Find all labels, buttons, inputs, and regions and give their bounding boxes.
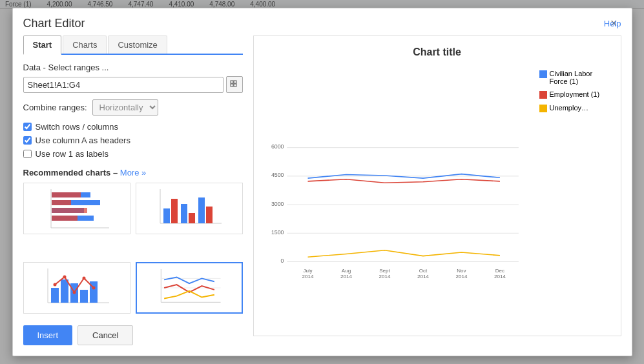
combine-select[interactable]: Horizontally Vertically bbox=[92, 99, 158, 116]
chart-thumb-bar-vert[interactable] bbox=[136, 183, 243, 234]
legend-label-red: Employment (1) bbox=[550, 90, 600, 98]
svg-point-33 bbox=[92, 287, 95, 290]
legend-label-yellow: Unemploy… bbox=[550, 104, 589, 112]
svg-text:2014: 2014 bbox=[379, 274, 390, 279]
svg-text:2014: 2014 bbox=[340, 274, 352, 279]
range-input-row bbox=[23, 76, 243, 93]
svg-text:2014: 2014 bbox=[494, 274, 506, 279]
tab-customize[interactable]: Customize bbox=[108, 35, 167, 54]
legend-item-yellow: Unemploy… bbox=[539, 104, 610, 112]
range-input[interactable] bbox=[23, 77, 223, 93]
chart-editor-dialog: Chart Editor × Help Start Charts Customi… bbox=[12, 8, 632, 356]
svg-text:4500: 4500 bbox=[271, 172, 284, 178]
svg-rect-0 bbox=[231, 81, 233, 83]
svg-point-29 bbox=[53, 283, 56, 287]
svg-rect-24 bbox=[51, 288, 59, 303]
svg-rect-21 bbox=[206, 207, 213, 223]
dialog-footer: Insert Cancel bbox=[23, 325, 134, 345]
svg-point-30 bbox=[63, 276, 66, 279]
svg-text:0: 0 bbox=[280, 258, 284, 264]
svg-rect-8 bbox=[52, 200, 71, 205]
legend-color-red bbox=[539, 91, 547, 99]
svg-rect-3 bbox=[234, 84, 236, 86]
chart-title: Chart title bbox=[264, 46, 610, 58]
grid-icon[interactable] bbox=[226, 76, 243, 93]
recommended-label: Recommended charts – More » bbox=[23, 168, 243, 177]
svg-point-32 bbox=[82, 277, 85, 280]
chart-thumbnails bbox=[23, 183, 243, 336]
chart-container: 0 1500 3000 4500 6000 bbox=[264, 63, 610, 325]
svg-text:6000: 6000 bbox=[271, 143, 284, 150]
use-row-labels-label: Use row 1 as labels bbox=[36, 149, 109, 159]
svg-text:Sept: Sept bbox=[379, 268, 390, 274]
combine-ranges-row: Combine ranges: Horizontally Vertically bbox=[23, 99, 243, 116]
dialog-title-bar: Chart Editor × bbox=[13, 8, 632, 30]
use-col-headers-checkbox[interactable] bbox=[23, 136, 32, 145]
chart-thumb-line[interactable] bbox=[136, 262, 243, 314]
use-col-headers-checkbox-row: Use column A as headers bbox=[23, 136, 243, 145]
legend-color-yellow bbox=[539, 105, 547, 112]
right-panel: Chart title 0 1500 3000 4500 6000 bbox=[253, 35, 621, 336]
chart-svg-area: 0 1500 3000 4500 6000 bbox=[264, 63, 534, 325]
switch-rows-checkbox[interactable] bbox=[23, 123, 32, 131]
svg-text:Aug: Aug bbox=[341, 268, 350, 274]
help-link[interactable]: Help bbox=[604, 19, 621, 28]
legend-item-red: Employment (1) bbox=[539, 90, 610, 99]
svg-rect-1 bbox=[234, 81, 236, 83]
tab-charts[interactable]: Charts bbox=[63, 35, 107, 54]
use-row-labels-checkbox[interactable] bbox=[23, 150, 32, 158]
svg-text:Oct: Oct bbox=[419, 268, 427, 274]
chart-area: Chart title 0 1500 3000 4500 6000 bbox=[264, 46, 610, 325]
chart-thumb-combo[interactable] bbox=[23, 262, 130, 314]
svg-rect-18 bbox=[181, 204, 187, 223]
svg-point-31 bbox=[72, 291, 76, 294]
combine-label: Combine ranges: bbox=[23, 103, 87, 112]
switch-rows-label: Switch rows / columns bbox=[36, 122, 119, 132]
left-panel: Start Charts Customize Data - Select ran… bbox=[23, 35, 243, 336]
switch-rows-checkbox-row: Switch rows / columns bbox=[23, 122, 243, 132]
tabs: Start Charts Customize bbox=[23, 35, 243, 55]
svg-rect-20 bbox=[198, 197, 205, 223]
svg-rect-10 bbox=[52, 208, 87, 213]
svg-rect-17 bbox=[171, 199, 178, 223]
svg-text:2014: 2014 bbox=[417, 274, 429, 279]
legend-label-blue: Civilian Labor Force (1) bbox=[550, 70, 610, 85]
svg-text:2014: 2014 bbox=[455, 274, 467, 279]
svg-text:Nov: Nov bbox=[457, 268, 466, 274]
use-row-labels-checkbox-row: Use row 1 as labels bbox=[23, 149, 243, 159]
dialog-title: Chart Editor bbox=[23, 17, 85, 30]
use-col-headers-label: Use column A as headers bbox=[36, 136, 130, 145]
svg-text:1500: 1500 bbox=[271, 229, 284, 236]
tab-start[interactable]: Start bbox=[23, 35, 62, 55]
svg-rect-12 bbox=[52, 216, 78, 221]
svg-text:3000: 3000 bbox=[271, 201, 284, 207]
svg-rect-19 bbox=[189, 213, 195, 223]
legend-item-blue: Civilian Labor Force (1) bbox=[539, 70, 610, 85]
svg-text:Dec: Dec bbox=[495, 268, 504, 274]
chart-legend: Civilian Labor Force (1) Employment (1) … bbox=[539, 63, 610, 325]
svg-rect-6 bbox=[52, 192, 81, 197]
more-link[interactable]: More » bbox=[120, 168, 146, 177]
svg-rect-25 bbox=[61, 279, 68, 303]
data-section-label: Data - Select ranges ... bbox=[23, 63, 243, 72]
legend-color-blue bbox=[539, 70, 547, 78]
cancel-button[interactable]: Cancel bbox=[78, 325, 133, 345]
svg-rect-2 bbox=[231, 84, 233, 86]
svg-rect-16 bbox=[163, 208, 170, 223]
svg-text:2014: 2014 bbox=[302, 274, 313, 279]
insert-button[interactable]: Insert bbox=[23, 325, 73, 345]
dialog-body: Start Charts Customize Data - Select ran… bbox=[13, 30, 632, 347]
chart-thumb-bar-horiz[interactable] bbox=[23, 183, 130, 234]
svg-rect-27 bbox=[80, 290, 88, 303]
svg-text:July: July bbox=[303, 268, 312, 274]
